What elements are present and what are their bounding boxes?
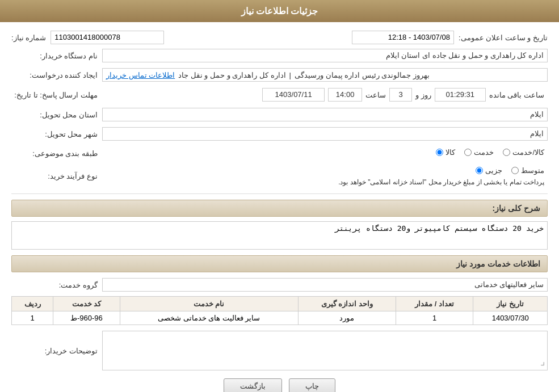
creator-value: اطلاعات تماس خریدار اداره کل راهداری و ح…	[102, 68, 548, 82]
col-unit: واحد اندازه گیری	[298, 297, 396, 311]
deadline-value: ساعت باقی مانده 01:29:31 روز و 3 ساعت 14…	[102, 86, 548, 103]
service-group-label: گروه خدمت:	[11, 281, 102, 289]
deadline-date: 1403/07/11	[262, 88, 325, 102]
back-button[interactable]: بازگشت	[224, 378, 282, 392]
creator-separator: |	[289, 71, 291, 79]
category-kala-khidmat-label: کالا/خدمت	[512, 148, 544, 157]
cell-quantity: 1	[396, 311, 473, 325]
description-title-text: شرح کلی نیاز:	[493, 204, 540, 213]
deadline-time: 14:00	[328, 88, 362, 102]
divider-1	[11, 193, 548, 194]
category-khidmat[interactable]: خدمت	[464, 148, 494, 157]
buyer-notes-field: ⌟	[102, 331, 548, 370]
category-khidmat-label: خدمت	[474, 148, 494, 157]
buyer-notes-textarea[interactable]: ⌟	[102, 331, 548, 370]
category-kala-radio[interactable]	[436, 149, 443, 156]
buyer-org-row: اداره کل راهداری و حمل و نقل جاده ای است…	[11, 48, 548, 64]
description-section-title: شرح کلی نیاز:	[11, 200, 548, 217]
creator-label: ایجاد کننده درخواست:	[11, 71, 102, 79]
announce-date-value: 1403/07/08 - 12:18	[352, 31, 454, 44]
buyer-notes-row: ⌟ توضیحات خریدار:	[11, 331, 548, 370]
deadline-row: ساعت باقی مانده 01:29:31 روز و 3 ساعت 14…	[11, 86, 548, 103]
purchase-type-row: متوسط جزیی پرداخت تمام یا بخشی از مبلغ خ…	[11, 165, 548, 188]
service-group-row: سایر فعالیتهای خدماتی گروه خدمت:	[11, 277, 548, 293]
buyer-org-value: اداره کل راهداری و حمل و نقل جاده ای است…	[102, 49, 548, 62]
time-label: ساعت	[365, 91, 386, 99]
category-label: طبقه بندی موضوعی:	[11, 149, 102, 158]
col-date: تاریخ نیاز	[473, 297, 548, 311]
purchase-type-motavasset-label: متوسط	[521, 166, 544, 175]
category-kala-label: کالا	[445, 148, 455, 157]
resize-handle-icon: ⌟	[540, 355, 545, 368]
col-service-code: کد خدمت	[53, 297, 120, 311]
purchase-type-jozi-radio[interactable]	[476, 167, 483, 174]
description-textarea[interactable]: <span data-bind="values.description_text…	[11, 221, 548, 250]
day-label: روز و	[415, 91, 431, 99]
remaining-time: 01:29:31	[435, 88, 486, 102]
buyer-notes-label: توضیحات خریدار:	[11, 347, 102, 355]
announce-date-label: تاریخ و ساعت اعلان عمومی:	[459, 33, 548, 42]
announce-date-group: تاریخ و ساعت اعلان عمومی: 1403/07/08 - 1…	[352, 31, 548, 44]
deadline-label: مهلت ارسال پاسخ: تا تاریخ:	[11, 91, 102, 99]
province-row: ایلام استان محل تحویل:	[11, 107, 548, 123]
purchase-type-motavasset[interactable]: متوسط	[511, 166, 544, 175]
page-header: جزئیات اطلاعات نیاز	[0, 0, 559, 22]
table-header-row: تاریخ نیاز تعداد / مقدار واحد اندازه گیر…	[12, 297, 548, 311]
purchase-type-note: پرداخت تمام یا بخشی از مبلغ خریدار محل "…	[338, 178, 544, 186]
province-label: استان محل تحویل:	[11, 111, 102, 119]
cell-service-name: سایر فعالیت های خدماتی شخصی	[120, 311, 298, 325]
col-row: ردیف	[12, 297, 53, 311]
col-quantity: تعداد / مقدار	[396, 297, 473, 311]
creator-row: اطلاعات تماس خریدار اداره کل راهداری و ح…	[11, 67, 548, 83]
category-kala[interactable]: کالا	[436, 148, 455, 157]
need-number-label: شماره نیاز:	[11, 33, 46, 42]
creator-link[interactable]: اطلاعات تماس خریدار	[106, 71, 175, 79]
province-value: ایلام	[102, 108, 548, 121]
service-group-value: سایر فعالیتهای خدماتی	[102, 278, 548, 292]
creator-org: اداره کل راهداری و حمل و نقل جاد	[178, 71, 285, 79]
need-number-value: 1103001418000078	[51, 31, 164, 44]
category-row: کالا/خدمت خدمت کالا طبقه بندی موضوعی:	[11, 145, 548, 161]
cell-service-code: 960-96-ط	[53, 311, 120, 325]
remaining-label: ساعت باقی مانده	[489, 91, 544, 99]
category-kala-khidmat-radio[interactable]	[503, 149, 510, 156]
print-button[interactable]: چاپ	[289, 378, 335, 392]
col-service-name: نام خدمت	[120, 297, 298, 311]
deadline-days: 3	[389, 88, 412, 102]
services-table: تاریخ نیاز تعداد / مقدار واحد اندازه گیر…	[11, 296, 548, 325]
services-section-title: اطلاعات خدمات مورد نیاز	[11, 255, 548, 272]
table-row: 1403/07/30 1 مورد سایر فعالیت های خدماتی…	[12, 311, 548, 325]
need-number-group: 1103001418000078 شماره نیاز:	[11, 31, 164, 44]
top-info-row: تاریخ و ساعت اعلان عمومی: 1403/07/08 - 1…	[11, 31, 548, 44]
description-row: <span data-bind="values.description_text…	[11, 221, 548, 250]
category-options: کالا/خدمت خدمت کالا	[102, 146, 548, 160]
city-row: ایلام شهر محل تحویل:	[11, 126, 548, 142]
cell-date: 1403/07/30	[473, 311, 548, 325]
cell-row-num: 1	[12, 311, 53, 325]
category-khidmat-radio[interactable]	[464, 149, 472, 156]
button-row: بازگشت چاپ	[11, 378, 548, 392]
category-kala-khidmat[interactable]: کالا/خدمت	[503, 148, 544, 157]
city-label: شهر محل تحویل:	[11, 130, 102, 138]
cell-unit: مورد	[298, 311, 396, 325]
purchase-type-label: نوع فرآیند خرید:	[11, 172, 102, 180]
purchase-type-motavasset-radio[interactable]	[511, 167, 519, 174]
city-value: ایلام	[102, 127, 548, 141]
creator-name: بهروز جمالوندی رئیس اداره پیمان ورسیدگی	[295, 71, 430, 79]
purchase-type-value: متوسط جزیی پرداخت تمام یا بخشی از مبلغ خ…	[102, 165, 548, 188]
buyer-org-label: نام دستگاه خریدار:	[11, 52, 102, 60]
services-title-text: اطلاعات خدمات مورد نیاز	[456, 259, 540, 268]
purchase-type-jozi[interactable]: جزیی	[476, 166, 502, 175]
purchase-type-jozi-label: جزیی	[485, 166, 502, 175]
header-title: جزئیات اطلاعات نیاز	[241, 6, 318, 16]
